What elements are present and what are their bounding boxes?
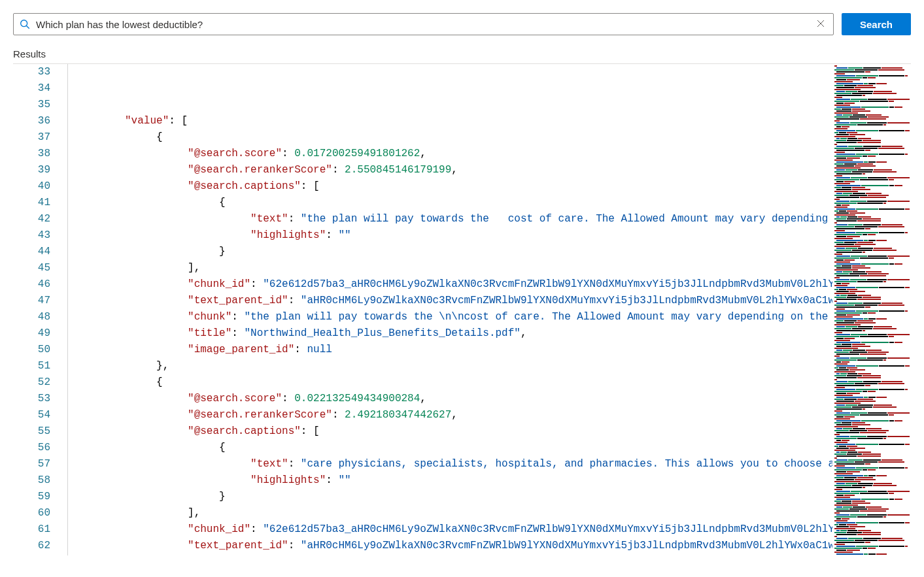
search-input[interactable] — [36, 19, 813, 30]
code-line[interactable]: "chunk_id": "62e612d57ba3_aHR0cHM6Ly9oZW… — [62, 521, 832, 538]
line-number-gutter: 3334353637383940414243444546474849505152… — [13, 64, 62, 555]
code-line[interactable]: "chunk": "the plan will pay towards the … — [62, 309, 832, 325]
minimap[interactable] — [832, 64, 911, 555]
code-line[interactable]: ], — [62, 260, 832, 276]
code-line[interactable]: "image_parent_id": null — [62, 342, 832, 358]
code-line[interactable]: { — [62, 129, 832, 146]
code-line[interactable]: "@search.captions": [ — [62, 178, 832, 195]
code-line[interactable]: "@search.score": 0.017200259491801262, — [62, 146, 832, 162]
json-editor[interactable]: 3334353637383940414243444546474849505152… — [13, 63, 911, 555]
code-line[interactable]: "title": "Northwind_Health_Plus_Benefits… — [62, 325, 832, 342]
code-line[interactable]: "chunk": "care physicians, specialists, … — [62, 554, 832, 555]
code-line[interactable]: } — [62, 489, 832, 505]
code-line[interactable]: "highlights": "" — [62, 472, 832, 489]
svg-line-1 — [27, 26, 29, 29]
code-line[interactable]: "highlights": "" — [62, 227, 832, 244]
search-icon — [19, 18, 31, 30]
code-line[interactable]: "@search.rerankerScore": 2.4921803474426… — [62, 407, 832, 423]
code-line[interactable]: "text_parent_id": "aHR0cHM6Ly9oZWlkaXN0c… — [62, 293, 832, 309]
code-line[interactable]: "@search.score": 0.022132549434900284, — [62, 391, 832, 407]
svg-point-0 — [21, 20, 27, 27]
code-line[interactable]: }, — [62, 358, 832, 374]
search-button[interactable]: Search — [842, 13, 911, 35]
close-icon — [816, 19, 825, 30]
search-bar: Search — [0, 0, 924, 48]
code-content[interactable]: "value": [ { "@search.score": 0.01720025… — [62, 64, 832, 555]
code-line[interactable]: "text": "the plan will pay towards the c… — [62, 211, 832, 227]
code-line[interactable]: { — [62, 374, 832, 391]
code-line[interactable]: } — [62, 244, 832, 260]
code-line[interactable]: { — [62, 195, 832, 211]
code-line[interactable]: "@search.captions": [ — [62, 423, 832, 440]
code-line[interactable]: "chunk_id": "62e612d57ba3_aHR0cHM6Ly9oZW… — [62, 276, 832, 293]
code-line[interactable]: { — [62, 440, 832, 456]
code-line[interactable]: "text": "care physicians, specialists, h… — [62, 456, 832, 472]
code-line[interactable]: "text_parent_id": "aHR0cHM6Ly9oZWlkaXN0c… — [62, 538, 832, 554]
code-line[interactable]: ], — [62, 505, 832, 521]
code-line[interactable]: "@search.rerankerScore": 2.5508451461791… — [62, 162, 832, 178]
code-line[interactable]: "value": [ — [62, 113, 832, 129]
clear-search-button[interactable] — [813, 16, 828, 33]
results-heading: Results — [0, 48, 924, 63]
search-input-container[interactable] — [13, 13, 834, 35]
